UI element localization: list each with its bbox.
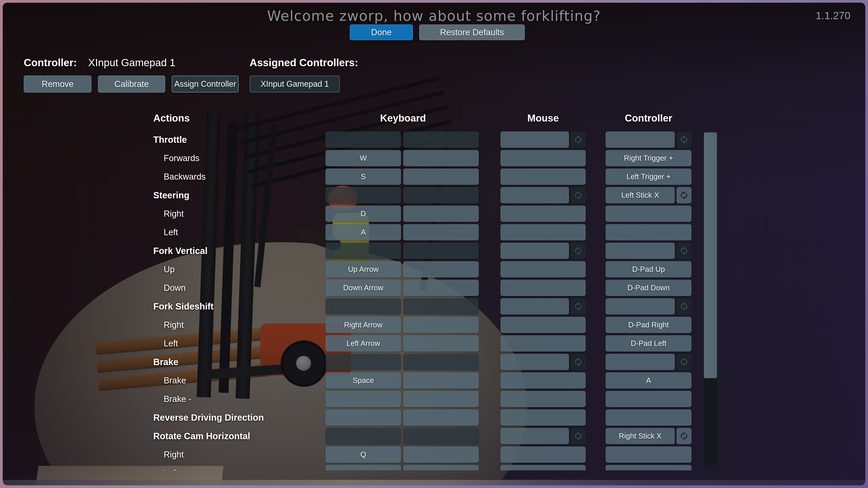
keyboard-alt-binding-cell[interactable] (403, 150, 479, 166)
controller-binding-cell[interactable]: D-Pad Up (606, 261, 691, 278)
keyboard-alt-binding-cell[interactable] (403, 354, 479, 370)
keyboard-binding-cell[interactable]: Up Arrow (326, 261, 401, 278)
mouse-binding-cell[interactable] (500, 224, 586, 240)
keyboard-alt-binding-cell[interactable] (403, 428, 479, 444)
restore-defaults-button[interactable]: Restore Defaults (419, 24, 525, 40)
keyboard-binding-cell[interactable] (326, 298, 401, 315)
mouse-invert-button[interactable] (571, 428, 586, 444)
controller-binding-cell[interactable]: Left Trigger + (606, 168, 691, 185)
keyboard-alt-binding-cell[interactable] (403, 410, 479, 426)
mouse-binding-cell[interactable] (500, 187, 569, 203)
keyboard-alt-binding-cell[interactable] (403, 168, 479, 185)
keyboard-alt-binding-cell[interactable] (403, 261, 479, 278)
controller-binding-cell[interactable]: Right Trigger + (606, 150, 691, 166)
mouse-binding-cell[interactable] (500, 410, 586, 426)
mouse-binding-cell[interactable] (500, 317, 586, 333)
keyboard-binding-cell[interactable] (326, 410, 401, 426)
keyboard-alt-binding-cell[interactable] (403, 242, 479, 259)
assigned-controller-chip[interactable]: XInput Gamepad 1 (250, 75, 340, 93)
keyboard-alt-binding-cell[interactable] (403, 224, 479, 240)
keyboard-alt-binding-cell[interactable] (403, 205, 479, 222)
controller-invert-button[interactable] (677, 187, 691, 203)
calibrate-button[interactable]: Calibrate (98, 75, 165, 93)
controller-invert-button[interactable] (677, 354, 691, 370)
mouse-binding-cell[interactable] (500, 354, 569, 370)
mouse-invert-button[interactable] (571, 187, 586, 203)
mouse-binding-cell[interactable] (500, 391, 586, 407)
controller-binding-cell[interactable]: D-Pad Left (606, 335, 691, 352)
controller-binding-cell[interactable] (606, 224, 691, 240)
controller-binding-cell[interactable] (606, 205, 691, 222)
keyboard-binding-cell[interactable]: E (326, 465, 401, 470)
mouse-binding-cell[interactable] (500, 205, 586, 222)
done-button[interactable]: Done (350, 24, 413, 40)
controller-binding-cell[interactable] (606, 465, 691, 470)
mouse-binding-cell[interactable] (500, 335, 586, 352)
keyboard-alt-binding-cell[interactable] (403, 298, 479, 315)
keyboard-alt-binding-cell[interactable] (403, 335, 479, 352)
keyboard-alt-binding-cell[interactable] (403, 317, 479, 333)
controller-binding-cell[interactable]: D-Pad Down (606, 280, 691, 296)
keyboard-binding-cell[interactable] (326, 391, 401, 407)
mouse-invert-button[interactable] (571, 242, 586, 259)
keyboard-binding-cell[interactable]: Right Arrow (326, 317, 401, 333)
keyboard-alt-binding-cell[interactable] (403, 391, 479, 407)
controller-invert-button[interactable] (677, 428, 691, 444)
keyboard-binding-cell[interactable]: Space (326, 372, 401, 389)
mouse-binding-cell[interactable] (500, 280, 586, 296)
keyboard-binding-cell[interactable]: W (326, 150, 401, 166)
keyboard-binding-cell[interactable]: Down Arrow (326, 280, 401, 296)
table-row-forwards: Forwards W Right Trigger + (3, 150, 721, 166)
mouse-binding-cell[interactable] (500, 428, 569, 444)
mouse-binding-cell[interactable] (500, 372, 586, 389)
controller-binding-cell[interactable] (606, 131, 675, 148)
mouse-invert-button[interactable] (571, 298, 586, 315)
controller-binding-cell[interactable] (606, 447, 691, 463)
mouse-binding-cell[interactable] (500, 150, 586, 166)
keyboard-binding-cell[interactable]: Left Arrow (326, 335, 401, 352)
remove-button[interactable]: Remove (24, 75, 92, 93)
keyboard-binding-cell[interactable]: Q (326, 447, 401, 463)
keyboard-alt-binding-cell[interactable] (403, 447, 479, 463)
controller-invert-button[interactable] (677, 131, 691, 148)
keyboard-alt-binding-cell[interactable] (403, 372, 479, 389)
keyboard-alt-binding-cell[interactable] (403, 187, 479, 203)
controller-binding-cell[interactable]: A (606, 372, 691, 389)
mouse-binding-cell[interactable] (500, 447, 586, 463)
keyboard-binding-cell[interactable] (326, 131, 401, 148)
controller-binding-cell[interactable] (606, 391, 691, 407)
controller-invert-button[interactable] (677, 242, 691, 259)
table-scrollbar[interactable] (703, 131, 718, 466)
keyboard-binding-cell[interactable] (326, 354, 401, 370)
assign-controller-button[interactable]: Assign Controller (172, 75, 239, 93)
keyboard-binding-cell[interactable] (326, 187, 401, 203)
keyboard-alt-binding-cell[interactable] (403, 280, 479, 296)
keyboard-binding-cell[interactable]: A (326, 224, 401, 240)
controller-binding-cell[interactable]: D-Pad Right (606, 317, 691, 333)
controller-binding-cell[interactable]: Left Stick X (606, 187, 675, 203)
mouse-invert-button[interactable] (571, 354, 586, 370)
mouse-binding-cell[interactable] (500, 298, 569, 315)
controller-binding-cell[interactable] (606, 354, 675, 370)
controller-binding-cell[interactable] (606, 410, 691, 426)
controller-binding-cell[interactable]: Right Stick X (606, 428, 675, 444)
controller-invert-button[interactable] (677, 298, 691, 315)
mouse-binding-cell[interactable] (500, 168, 586, 185)
controller-binding-cell[interactable] (606, 242, 675, 259)
mouse-binding-cell[interactable] (500, 261, 586, 278)
controller-binding-cell[interactable] (606, 298, 675, 315)
mouse-binding-cell[interactable] (500, 242, 569, 259)
invert-axis-icon (573, 246, 583, 256)
keyboard-binding-cell[interactable] (326, 242, 401, 259)
mouse-binding-cell[interactable] (500, 465, 586, 470)
keyboard-binding-cell[interactable] (326, 428, 401, 444)
invert-axis-icon (573, 190, 583, 200)
keyboard-binding-cell[interactable]: D (326, 205, 401, 222)
keyboard-binding-cell[interactable]: S (326, 168, 401, 185)
scrollbar-thumb[interactable] (704, 132, 717, 378)
mouse-invert-button[interactable] (571, 131, 586, 148)
keyboard-alt-binding-cell[interactable] (403, 131, 479, 148)
keyboard-alt-binding-cell[interactable] (403, 465, 479, 470)
table-row-cam-right: Right Q (3, 447, 721, 463)
mouse-binding-cell[interactable] (500, 131, 569, 148)
